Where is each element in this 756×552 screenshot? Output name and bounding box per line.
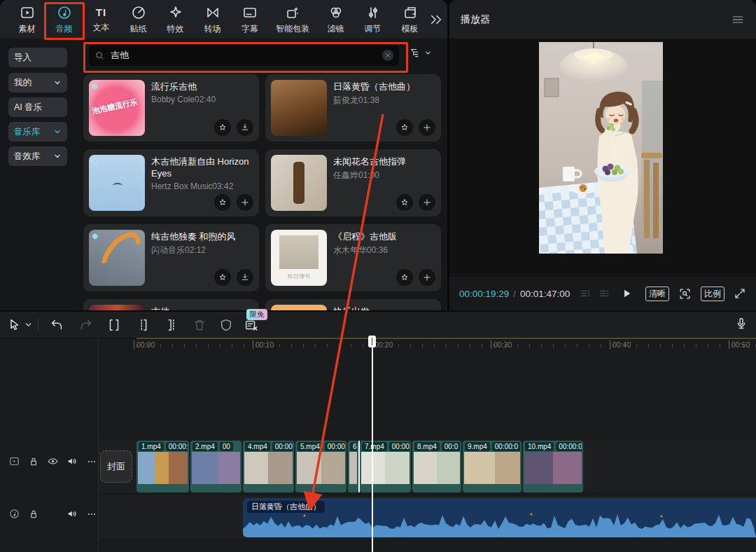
sidebar-item-sound-effects[interactable]: 音效库 (8, 146, 67, 166)
timeline-video-clip[interactable]: 8.mp400:0 (412, 441, 461, 492)
music-card[interactable]: 吉他 (83, 299, 259, 310)
tab-templates[interactable]: 模板 (391, 3, 428, 36)
select-cursor-tool[interactable] (7, 317, 22, 333)
music-card[interactable]: 快乐出发 (265, 299, 441, 310)
tab-adjust[interactable]: 调节 (354, 3, 391, 36)
preview-zoom-icon[interactable] (678, 287, 692, 301)
filter-button[interactable] (409, 46, 432, 59)
delete-clip-button[interactable] (192, 317, 207, 333)
cursor-dropdown-chevron[interactable] (24, 320, 39, 336)
playhead-handle[interactable] (368, 336, 376, 347)
mute-track-icon[interactable] (66, 455, 78, 467)
clarity-button[interactable]: 清晰 (645, 287, 669, 301)
trim-left-tool[interactable] (136, 317, 151, 333)
play-button[interactable] (620, 287, 633, 300)
add-to-timeline-button[interactable] (419, 194, 435, 211)
video-track-icon (8, 455, 20, 467)
favorite-star-button[interactable] (396, 119, 413, 136)
split-clip-tool[interactable] (106, 317, 122, 333)
ruler-label: 00:30 (491, 340, 512, 349)
download-button[interactable] (237, 119, 253, 136)
trim-right-tool[interactable] (164, 317, 179, 333)
sidebar-item-mine[interactable]: 我的 (8, 73, 67, 92)
favorite-star-button[interactable] (214, 194, 231, 211)
mask-tool[interactable] (218, 317, 234, 333)
track-list-icon[interactable] (580, 288, 592, 300)
timeline-ruler[interactable]: 00:00 00:10 00:20 00:30 00:40 00:50 (0, 338, 756, 352)
tab-captions[interactable]: 字幕 (231, 3, 268, 36)
sidebar-item-import[interactable]: 导入 (8, 48, 67, 67)
clear-search-icon[interactable] (382, 50, 393, 61)
undo-button[interactable] (49, 317, 64, 333)
music-title: 快乐出发 (333, 305, 435, 310)
timeline-video-clip[interactable]: 5.mp400:00:0 (295, 441, 346, 492)
ratio-button[interactable]: 比例 (701, 287, 724, 301)
add-to-timeline-button[interactable] (419, 119, 435, 136)
tab-audio[interactable]: 音频 (46, 3, 83, 36)
sidebar-item-label: 导入 (14, 52, 31, 64)
tab-smart-pack[interactable]: 智能包装 (268, 3, 317, 36)
media-icon (19, 4, 36, 21)
playhead-line[interactable] (372, 336, 373, 552)
vip-diamond-icon: ◆ (92, 82, 98, 90)
lock-track-icon[interactable] (28, 456, 39, 467)
favorite-star-button[interactable] (214, 269, 231, 286)
ruler-ticks (136, 344, 756, 347)
add-to-timeline-button[interactable] (237, 194, 253, 211)
timeline-video-clip[interactable]: 10.mp400:00:0 (523, 441, 583, 492)
tab-text[interactable]: TI 文本 (83, 3, 120, 36)
music-meta: 水木年华00:36 (333, 244, 435, 256)
music-card[interactable]: 昨日情书 《启程》吉他版 水木年华00:36 (265, 224, 441, 291)
favorite-star-button[interactable] (214, 119, 231, 136)
music-title: 吉他 (151, 305, 253, 310)
music-meta: 闪动音乐02:12 (151, 244, 253, 256)
player-stage[interactable] (449, 39, 756, 273)
tab-sticker[interactable]: 贴纸 (120, 3, 157, 36)
lock-track-icon[interactable] (28, 509, 39, 520)
tab-media[interactable]: 素材 (8, 3, 46, 36)
search-box[interactable] (89, 45, 399, 66)
music-thumbnail: ◆ (89, 155, 145, 211)
music-card[interactable]: 日落黄昏（吉他曲） 茹俊龙01:38 (265, 74, 441, 142)
layer-list-icon[interactable] (598, 288, 610, 300)
player-menu-icon[interactable] (731, 13, 745, 27)
video-track-controls (0, 455, 98, 467)
timeline-video-clip[interactable]: 1.mp400:00:0 (136, 441, 189, 492)
music-card[interactable]: ◆ 泡泡糖流行乐 流行乐吉他 Bobby Cole02:40 (83, 74, 259, 142)
music-card[interactable]: 未闻花名吉他指弹 任鑫烨01:00 (265, 149, 441, 216)
add-to-timeline-button[interactable] (419, 269, 435, 286)
timeline-video-clip[interactable]: 2.mp400 (190, 441, 241, 492)
music-thumbnail (271, 80, 327, 136)
music-thumbnail (271, 305, 327, 310)
timeline-video-clip[interactable]: 6 (348, 441, 358, 492)
track-more-icon[interactable] (86, 456, 97, 467)
cover-button[interactable]: 封面 (100, 450, 132, 483)
tab-label: 滤镜 (328, 23, 344, 35)
music-card[interactable]: ◆ 纯吉他独奏 和煦的风 闪动音乐02:12 (83, 224, 259, 291)
text-icon: TI (96, 6, 106, 20)
timeline-video-clip[interactable]: 7.mp400:00:0 (360, 441, 411, 492)
tab-filters[interactable]: 滤镜 (317, 3, 354, 36)
sidebar-item-music-library[interactable]: 音乐库 (8, 122, 67, 142)
toggle-visibility-icon[interactable] (47, 455, 59, 467)
tab-transition[interactable]: 转场 (194, 3, 231, 36)
timeline-video-clip[interactable]: 9.mp400:00:0 (463, 441, 522, 492)
music-card[interactable]: ◆ 木吉他清新自由 Horizon Eyes Hertz Box Music03… (83, 149, 259, 216)
redo-button[interactable] (78, 317, 94, 333)
favorite-star-button[interactable] (396, 194, 413, 211)
sidebar-item-label: 我的 (14, 77, 31, 89)
fullscreen-icon[interactable] (734, 287, 746, 300)
track-more-icon[interactable] (86, 509, 97, 520)
timeline-video-clip[interactable]: 4.mp400:00:0 (243, 441, 294, 492)
search-input[interactable] (109, 50, 382, 62)
timeline-section: 限免 00:00 00:10 00:20 00:30 00:40 00:50 (0, 312, 756, 552)
music-meta: Hertz Box Music03:42 (151, 181, 253, 191)
sidebar-item-ai-music[interactable]: AI 音乐 (8, 97, 67, 117)
more-tabs-icon[interactable] (428, 12, 444, 27)
tab-effects[interactable]: 特效 (157, 3, 194, 36)
favorite-star-button[interactable] (396, 269, 413, 286)
timeline-audio-clip[interactable]: 日落黄昏（吉他曲） (243, 498, 756, 537)
record-voiceover-icon[interactable] (734, 316, 749, 331)
download-button[interactable] (237, 269, 253, 286)
mute-track-icon[interactable] (66, 508, 78, 520)
